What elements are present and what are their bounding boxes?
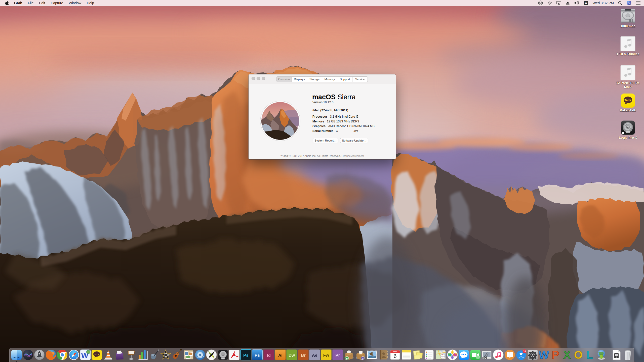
- svg-text:A: A: [585, 2, 587, 5]
- svg-text:P: P: [552, 349, 559, 360]
- svg-text:NOV: NOV: [393, 351, 397, 352]
- svg-text:Id: Id: [267, 353, 271, 358]
- svg-text:L: L: [586, 349, 593, 360]
- svg-text:Pr: Pr: [335, 353, 340, 358]
- svg-text:13: 13: [523, 350, 526, 352]
- svg-text:Dw: Dw: [289, 353, 295, 358]
- svg-text:X: X: [563, 349, 571, 360]
- svg-text:TALK: TALK: [94, 353, 99, 356]
- svg-text:Ps: Ps: [243, 353, 249, 358]
- svg-text:TALK: TALK: [624, 99, 631, 102]
- svg-text:Fw: Fw: [323, 353, 329, 358]
- svg-text:Ps: Ps: [255, 353, 260, 358]
- svg-text:Ai: Ai: [278, 353, 283, 358]
- svg-text:g: g: [362, 357, 364, 360]
- svg-text:Br: Br: [301, 353, 306, 358]
- svg-text:6: 6: [393, 353, 396, 359]
- svg-text:g: g: [346, 357, 348, 360]
- svg-text:W: W: [539, 349, 549, 360]
- svg-text:Ae: Ae: [312, 353, 317, 358]
- svg-text:O: O: [574, 349, 583, 360]
- svg-text:3D: 3D: [442, 356, 444, 357]
